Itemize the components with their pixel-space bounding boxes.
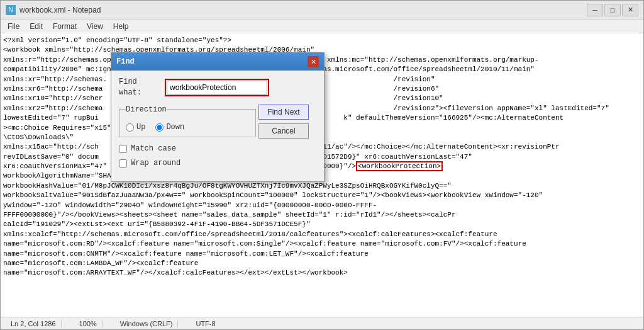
zoom-level: 100% <box>74 320 103 327</box>
title-bar-left: N workbook.xml - Notepad <box>6 5 101 15</box>
dialog-title-bar: Find ✕ <box>111 53 324 71</box>
direction-down-label: Down <box>166 122 184 133</box>
title-controls: ─ □ ✕ <box>587 4 638 16</box>
minimize-button[interactable]: ─ <box>587 4 603 16</box>
wrap-around-option[interactable]: Wrap around <box>119 158 256 169</box>
direction-down-option[interactable]: Down <box>155 122 184 133</box>
match-case-checkbox[interactable] <box>119 145 127 153</box>
direction-down-radio[interactable] <box>155 123 164 132</box>
cancel-button[interactable]: Cancel <box>258 123 309 139</box>
status-bar: Ln 2, Col 1286 100% Windows (CRLF) UTF-8 <box>1 317 643 329</box>
app-icon: N <box>6 5 16 15</box>
dialog-buttons: Find Next Cancel <box>258 105 309 139</box>
find-next-button[interactable]: Find Next <box>258 105 309 120</box>
direction-group: Direction Up Down <box>119 105 256 138</box>
menu-file[interactable]: File <box>3 20 24 33</box>
find-dialog: Find ✕ Find what: Direction <box>111 52 325 182</box>
menu-view[interactable]: View <box>82 20 108 33</box>
wrap-around-checkbox[interactable] <box>119 159 127 168</box>
menu-help[interactable]: Help <box>109 20 133 33</box>
menu-format[interactable]: Format <box>48 20 81 33</box>
dialog-title: Find <box>116 57 135 67</box>
direction-up-label: Up <box>136 122 145 133</box>
find-what-input[interactable] <box>167 81 267 94</box>
direction-up-radio[interactable] <box>126 123 134 132</box>
match-case-option[interactable]: Match case <box>119 144 256 154</box>
direction-up-option[interactable]: Up <box>126 122 145 133</box>
line-endings: Windows (CRLF) <box>115 320 179 327</box>
title-bar: N workbook.xml - Notepad ─ □ ✕ <box>1 1 643 20</box>
encoding: UTF-8 <box>191 320 220 327</box>
match-case-label: Match case <box>131 144 176 154</box>
find-what-label: Find what: <box>119 77 163 98</box>
dialog-content-area: Find what: Direction Up <box>119 77 316 169</box>
highlighted-text: <workbookProtection> <box>356 161 443 171</box>
checkbox-group: Match case Wrap around <box>119 144 256 169</box>
close-button[interactable]: ✕ <box>622 4 638 16</box>
maximize-button[interactable]: □ <box>604 4 621 16</box>
menu-bar: File Edit Format View Help <box>1 20 643 33</box>
window-title: workbook.xml - Notepad <box>19 6 101 14</box>
dialog-body: Find what: Direction Up <box>111 71 324 181</box>
menu-edit[interactable]: Edit <box>25 20 47 33</box>
notepad-window: N workbook.xml - Notepad ─ □ ✕ File Edit… <box>0 0 644 330</box>
cursor-position: Ln 2, Col 1286 <box>6 320 62 327</box>
dialog-close-button[interactable]: ✕ <box>308 56 319 67</box>
find-what-row: Find what: <box>119 77 256 98</box>
direction-legend: Direction <box>126 105 167 115</box>
content-area: <?xml version="1.0" encoding="UTF-8" sta… <box>1 33 643 317</box>
wrap-around-label: Wrap around <box>131 158 180 169</box>
direction-options: Up Down <box>126 122 249 133</box>
